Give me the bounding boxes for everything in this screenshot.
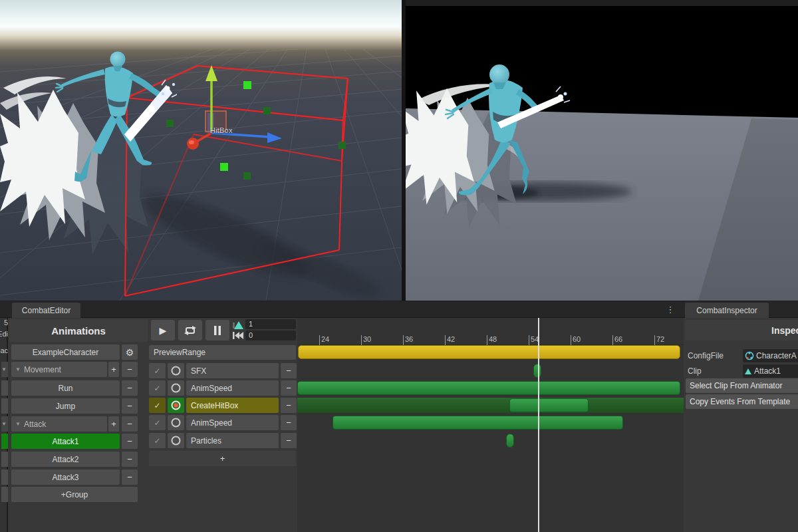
clip-run[interactable]: Run — [11, 380, 120, 396]
remove-button[interactable]: − — [122, 380, 138, 396]
loop-icon — [184, 325, 197, 336]
track-record-toggle[interactable] — [168, 363, 184, 378]
scene-viewport[interactable]: HitBox — [0, 0, 402, 301]
config-file-label: ConfigFile — [688, 351, 724, 360]
remove-track-button[interactable]: − — [281, 398, 297, 413]
preview-range-row[interactable]: PreviewRange — [149, 345, 296, 360]
edge-cell-selected — [1, 434, 8, 449]
edge-foldout-icon: ▼ — [1, 362, 8, 377]
remove-track-button[interactable]: − — [281, 415, 297, 430]
ruler-tick-label: 72 — [656, 335, 664, 343]
group-movement[interactable]: ▼ Movement — [11, 362, 107, 377]
kebab-menu-icon[interactable]: ⋮ — [665, 303, 676, 316]
clip-attack1-selected[interactable]: Attack1 — [11, 434, 120, 449]
tracks-panel: ▶ 1 — [148, 318, 297, 532]
inspector-header: Inspector — [685, 320, 798, 340]
edge-cell — [1, 380, 8, 396]
clip-jump[interactable]: Jump — [11, 398, 120, 414]
timeline-event-animspeed[interactable] — [332, 416, 623, 430]
ruler-tick — [571, 335, 571, 345]
tab-combat-inspector[interactable]: CombatInspector — [685, 303, 769, 318]
select-clip-button[interactable]: Select Clip From Animator — [686, 378, 798, 393]
radio-icon — [171, 383, 181, 393]
add-clip-button[interactable]: + — [108, 416, 119, 432]
add-clip-button[interactable]: + — [108, 362, 119, 377]
track-name[interactable]: SFX — [186, 363, 279, 378]
track-record-toggle[interactable] — [168, 380, 184, 396]
track-record-toggle[interactable] — [168, 415, 184, 430]
copy-events-button[interactable]: Copy Events From Template — [686, 394, 798, 409]
combat-inspector-panel: Inspector ConfigFile CharacterA Clip Att… — [685, 318, 798, 532]
character-field[interactable]: ExampleCharacter — [11, 344, 120, 360]
timeline-event-animspeed[interactable] — [297, 381, 680, 395]
timeline-event-createhitbox[interactable] — [509, 398, 589, 412]
clip-attack3[interactable]: Attack3 — [11, 469, 120, 485]
edge-cell — [1, 469, 8, 485]
edge-cell — [1, 452, 8, 467]
hitbox-gizmo-label: HitBox — [210, 126, 233, 134]
track-record-toggle-armed[interactable] — [168, 398, 184, 413]
track-enabled-check[interactable]: ✓ — [149, 415, 166, 430]
tab-combat-editor[interactable]: CombatEditor — [12, 303, 80, 318]
ruler-tick-label: 36 — [405, 335, 413, 343]
track-name[interactable]: AnimSpeed — [186, 415, 279, 430]
config-file-field[interactable]: CharacterA — [743, 349, 798, 362]
ruler-tick-label: 42 — [447, 335, 455, 343]
clip-field[interactable]: Attack1 — [743, 364, 798, 378]
pause-button[interactable] — [205, 320, 229, 340]
radio-icon — [171, 366, 181, 376]
ruler-tick — [319, 335, 320, 345]
add-track-button[interactable]: + — [149, 451, 296, 466]
remove-button[interactable]: − — [122, 434, 138, 449]
remove-button[interactable]: − — [122, 452, 138, 467]
group-attack[interactable]: ▼ Attack — [11, 416, 107, 432]
gear-icon[interactable]: ⚙ — [122, 344, 138, 360]
ruler-tick — [361, 335, 362, 345]
remove-track-button[interactable]: − — [281, 363, 297, 378]
remove-button[interactable]: − — [122, 416, 138, 432]
timeline-area[interactable]: 243036424854606672 — [297, 318, 684, 532]
remove-track-button[interactable]: − — [281, 433, 297, 448]
pause-icon — [213, 326, 221, 335]
timeline-ruler[interactable]: 243036424854606672 — [297, 318, 684, 345]
loop-button[interactable] — [178, 320, 202, 340]
edge-fragment: Edi — [0, 330, 8, 340]
start-frame-field[interactable]: 0 — [245, 331, 296, 340]
timeline-event-particles[interactable] — [506, 434, 514, 448]
game-render — [406, 0, 798, 301]
play-button[interactable]: ▶ — [151, 320, 175, 340]
playhead[interactable] — [538, 318, 539, 532]
track-record-toggle[interactable] — [168, 433, 184, 448]
track-name-selected[interactable]: CreateHitBox — [186, 398, 279, 413]
track-enabled-check[interactable]: ✓ — [149, 398, 166, 413]
remove-track-button[interactable]: − — [281, 380, 297, 396]
play-icon: ▶ — [160, 325, 167, 336]
timeline-event-sfx[interactable] — [533, 364, 541, 378]
remove-button[interactable]: − — [122, 398, 138, 414]
track-enabled-check[interactable]: ✓ — [149, 380, 166, 396]
ruler-tick — [403, 335, 404, 345]
speed-field[interactable]: 1 — [245, 319, 296, 329]
remove-button[interactable]: − — [122, 469, 138, 485]
track-enabled-check[interactable]: ✓ — [149, 363, 166, 378]
editor-dock: CombatEditor ⋮ CombatInspector 5 Edi ac … — [0, 301, 798, 532]
ruler-tick — [654, 335, 655, 345]
ruler-tick-label: 24 — [321, 335, 329, 343]
track-enabled-check[interactable]: ✓ — [149, 433, 166, 448]
track-name[interactable]: Particles — [186, 433, 279, 448]
clip-label: Clip — [688, 366, 702, 376]
clipped-panel-edge: 5 Edi ac ▼ ▼ — [0, 318, 8, 532]
ruler-tick — [612, 335, 613, 345]
add-group-button[interactable]: +Group — [11, 487, 138, 502]
scene-render — [0, 0, 402, 301]
edge-cell — [1, 487, 8, 502]
animation-clip-icon — [745, 368, 751, 374]
preview-range-bar[interactable] — [298, 345, 680, 359]
clip-attack2[interactable]: Attack2 — [11, 452, 120, 467]
chevron-down-icon: ▼ — [15, 421, 21, 427]
remove-button[interactable]: − — [122, 362, 138, 377]
selected-lane-highlight — [297, 398, 684, 413]
track-name[interactable]: AnimSpeed — [186, 380, 279, 396]
animations-panel-title: Animations — [9, 319, 148, 342]
game-viewport[interactable] — [406, 0, 798, 301]
